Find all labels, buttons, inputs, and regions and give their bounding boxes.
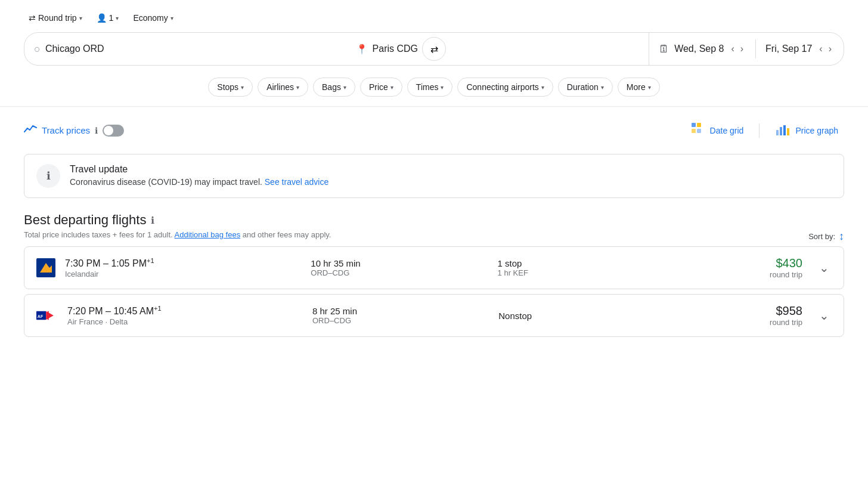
subtitle-suffix: and other fees may apply.: [243, 230, 331, 239]
filter-bar: Stops ▾ Airlines ▾ Bags ▾ Price ▾ Times …: [0, 73, 868, 101]
depart-next-button[interactable]: ›: [738, 41, 746, 57]
stops-filter-label: Stops: [217, 82, 238, 92]
airlines-filter-button[interactable]: Airlines ▾: [258, 78, 308, 97]
track-prices-group: Track prices ℹ: [24, 123, 678, 137]
calendar-icon: 🗓: [659, 43, 669, 55]
airline-logo-0: [36, 258, 55, 277]
svg-rect-5: [780, 127, 782, 135]
svg-rect-7: [787, 128, 789, 135]
swap-airports-button[interactable]: ⇄: [422, 37, 446, 61]
destination-input-group[interactable]: 📍: [327, 33, 649, 65]
times-filter-label: Times: [416, 82, 439, 92]
return-date-group[interactable]: Fri, Sep 17 ‹ ›: [756, 33, 844, 65]
price-filter-button[interactable]: Price ▾: [360, 78, 402, 97]
return-prev-button[interactable]: ‹: [817, 41, 824, 57]
price-graph-button[interactable]: Price graph: [769, 119, 844, 141]
best-flights-info-icon[interactable]: ℹ: [151, 215, 154, 226]
svg-rect-3: [697, 129, 701, 133]
bags-chevron-icon: ▾: [343, 84, 346, 91]
svg-marker-11: [46, 311, 54, 320]
flight-duration-0: 10 hr 35 min ORD–CDG: [311, 258, 488, 277]
subtitle-text: Total price includes taxes + fees for 1 …: [24, 230, 173, 239]
destination-input[interactable]: [373, 44, 640, 54]
view-separator: [759, 123, 760, 138]
passengers-button[interactable]: 👤 1 ▾: [92, 10, 124, 26]
price-graph-icon: [775, 123, 790, 138]
airlines-filter-label: Airlines: [266, 82, 294, 92]
flight-stops-1: Nonstop: [498, 311, 675, 321]
airline-logo-1: AF: [36, 308, 58, 323]
additional-bag-fees-link[interactable]: Additional bag fees: [175, 230, 241, 239]
cabin-chevron-icon: ▾: [170, 15, 173, 21]
sort-icon[interactable]: ↕: [839, 230, 844, 243]
flight-price-1: $958 round trip: [685, 304, 803, 327]
best-flights-section: Best departing flights ℹ Total price inc…: [0, 208, 868, 346]
bags-filter-button[interactable]: Bags ▾: [313, 78, 355, 97]
info-circle-icon: ℹ: [46, 169, 51, 182]
search-bar: ○ ⇄ 📍 🗓 Wed, Sep 8 ‹ › Fri, Sep 17 ‹ ›: [24, 32, 844, 66]
person-icon: 👤: [97, 13, 107, 23]
trip-type-chevron-icon: ▾: [79, 15, 82, 21]
flight-duration-1: 8 hr 25 min ORD–CDG: [312, 306, 489, 325]
return-date-nav: ‹ ›: [817, 41, 834, 57]
date-grid-icon: [691, 122, 705, 138]
origin-input-group[interactable]: ○: [24, 33, 327, 65]
flight-price-0: $430 round trip: [684, 256, 802, 279]
best-flights-title-text: Best departing flights: [24, 212, 146, 228]
times-chevron-icon: ▾: [441, 84, 444, 91]
duration-filter-label: Duration: [567, 82, 599, 92]
flight-airline-0: Icelandair: [65, 270, 301, 279]
depart-prev-button[interactable]: ‹: [728, 41, 736, 57]
track-section: Track prices ℹ Date grid: [0, 112, 868, 149]
travel-update-content: Travel update Coronavirus disease (COVID…: [70, 164, 328, 187]
svg-rect-0: [692, 123, 696, 127]
flight-row-0[interactable]: 7:30 PM – 1:05 PM+1 Icelandair 10 hr 35 …: [24, 247, 844, 289]
flight-times-0: 7:30 PM – 1:05 PM+1 Icelandair: [65, 257, 301, 278]
flight-expand-button-1[interactable]: ⌄: [817, 306, 832, 325]
depart-date-group[interactable]: 🗓 Wed, Sep 8 ‹ ›: [649, 33, 755, 65]
more-filter-label: More: [627, 82, 646, 92]
date-grid-button[interactable]: Date grid: [685, 119, 750, 142]
flight-row-1[interactable]: AF 7:20 PM – 10:45 AM+1 Air France · Del…: [24, 295, 844, 336]
svg-text:AF: AF: [38, 314, 44, 319]
svg-rect-2: [692, 129, 696, 133]
track-prices-label[interactable]: Track prices: [42, 125, 90, 135]
return-next-button[interactable]: ›: [826, 41, 834, 57]
flight-time-range-0: 7:30 PM – 1:05 PM+1: [65, 257, 301, 269]
stops-filter-button[interactable]: Stops ▾: [208, 78, 253, 97]
price-filter-label: Price: [369, 82, 388, 92]
swap-icon: ⇄: [29, 13, 36, 23]
passengers-chevron-icon: ▾: [116, 15, 119, 21]
more-filter-button[interactable]: More ▾: [618, 78, 660, 97]
more-chevron-icon: ▾: [648, 84, 651, 91]
sort-by-label: Sort by:: [808, 232, 835, 241]
duration-filter-button[interactable]: Duration ▾: [558, 78, 613, 97]
travel-update-icon-wrap: ℹ: [36, 164, 60, 188]
origin-dot-icon: ○: [34, 43, 41, 55]
connecting-airports-filter-button[interactable]: Connecting airports ▾: [457, 78, 553, 97]
connecting-airports-label: Connecting airports: [466, 82, 538, 92]
cabin-label: Economy: [133, 13, 168, 23]
stops-chevron-icon: ▾: [241, 84, 244, 91]
flight-card-0: 7:30 PM – 1:05 PM+1 Icelandair 10 hr 35 …: [24, 246, 844, 289]
flight-card-1: AF 7:20 PM – 10:45 AM+1 Air France · Del…: [24, 294, 844, 337]
origin-input[interactable]: [45, 44, 318, 54]
svg-rect-4: [776, 130, 779, 135]
travel-update-description: Coronavirus disease (COVID-19) may impac…: [70, 177, 262, 187]
date-section: 🗓 Wed, Sep 8 ‹ › Fri, Sep 17 ‹ ›: [649, 33, 844, 65]
track-right-group: Date grid Price graph: [685, 119, 844, 142]
flight-expand-button-0[interactable]: ⌄: [817, 258, 832, 277]
duration-chevron-icon: ▾: [601, 84, 604, 91]
track-prices-info-icon[interactable]: ℹ: [95, 126, 98, 135]
depart-date-label: Wed, Sep 8: [674, 44, 724, 54]
flight-times-1: 7:20 PM – 10:45 AM+1 Air France · Delta: [67, 305, 303, 326]
times-filter-button[interactable]: Times ▾: [407, 78, 453, 97]
round-trip-button[interactable]: ⇄ Round trip ▾: [24, 10, 87, 26]
destination-pin-icon: 📍: [356, 44, 368, 55]
track-prices-toggle[interactable]: [103, 125, 124, 137]
see-travel-advice-link[interactable]: See travel advice: [265, 177, 328, 187]
svg-rect-1: [697, 123, 701, 127]
best-flights-subtitle: Total price includes taxes + fees for 1 …: [24, 230, 844, 239]
trip-type-label: Round trip: [38, 13, 77, 23]
cabin-class-button[interactable]: Economy ▾: [128, 10, 178, 26]
